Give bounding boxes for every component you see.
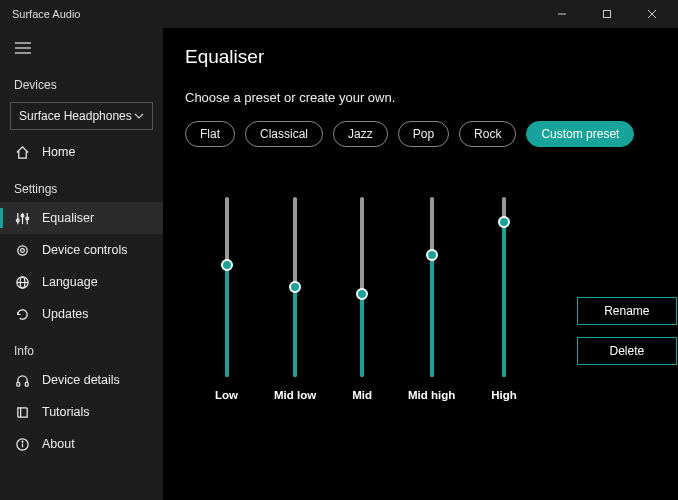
equaliser-sliders: Low Mid low Mid (185, 197, 517, 401)
sidebar-item-device-details[interactable]: Device details (0, 364, 163, 396)
refresh-icon (14, 306, 30, 322)
main-panel: Equaliser Choose a preset or create your… (163, 28, 678, 500)
minimize-icon (557, 9, 567, 19)
svg-rect-18 (16, 382, 19, 386)
preset-rock[interactable]: Rock (459, 121, 516, 147)
device-select-value: Surface Headphones (19, 109, 132, 123)
gear-icon (14, 242, 30, 258)
sidebar-item-device-controls[interactable]: Device controls (0, 234, 163, 266)
titlebar: Surface Audio (0, 0, 678, 28)
sidebar-item-label: Device details (42, 373, 120, 387)
rename-button[interactable]: Rename (577, 297, 677, 325)
sidebar-item-equaliser[interactable]: Equaliser (0, 202, 163, 234)
svg-rect-1 (603, 11, 610, 18)
slider-midlow[interactable] (293, 197, 297, 377)
slider-label: Mid low (274, 389, 316, 401)
hamburger-icon (15, 42, 31, 54)
preset-classical[interactable]: Classical (245, 121, 323, 147)
slider-fill (360, 294, 364, 377)
slider-high[interactable] (502, 197, 506, 377)
chevron-down-icon (134, 113, 144, 119)
book-icon (14, 404, 30, 420)
delete-button[interactable]: Delete (577, 337, 677, 365)
slider-thumb[interactable] (289, 281, 301, 293)
preset-jazz[interactable]: Jazz (333, 121, 388, 147)
sidebar-item-label: Equaliser (42, 211, 94, 225)
sidebar-item-language[interactable]: Language (0, 266, 163, 298)
preset-pop[interactable]: Pop (398, 121, 449, 147)
sidebar-item-label: Home (42, 145, 75, 159)
slider-midhigh[interactable] (430, 197, 434, 377)
eq-band-mid: Mid (352, 197, 372, 401)
headphones-icon (14, 372, 30, 388)
preset-row: Flat Classical Jazz Pop Rock Custom pres… (185, 121, 656, 147)
sidebar-item-label: Tutorials (42, 405, 89, 419)
home-icon (14, 144, 30, 160)
svg-point-23 (22, 441, 23, 442)
slider-fill (502, 222, 506, 377)
eq-band-low: Low (215, 197, 238, 401)
sidebar-item-label: Updates (42, 307, 89, 321)
sidebar-item-updates[interactable]: Updates (0, 298, 163, 330)
equaliser-icon (14, 210, 30, 226)
app-body: Devices Surface Headphones Home Settings… (0, 28, 678, 500)
info-section-label: Info (0, 330, 163, 364)
slider-thumb[interactable] (356, 288, 368, 300)
sidebar-item-home[interactable]: Home (0, 136, 163, 168)
slider-label: Mid high (408, 389, 455, 401)
device-select[interactable]: Surface Headphones (10, 102, 153, 130)
devices-section-label: Devices (0, 64, 163, 98)
eq-band-high: High (491, 197, 517, 401)
maximize-icon (602, 9, 612, 19)
settings-section-label: Settings (0, 168, 163, 202)
slider-fill (225, 265, 229, 377)
hamburger-button[interactable] (0, 32, 163, 64)
slider-label: Mid (352, 389, 372, 401)
minimize-button[interactable] (539, 2, 584, 26)
slider-mid[interactable] (360, 197, 364, 377)
preset-actions: Rename Delete (577, 297, 677, 365)
slider-thumb[interactable] (426, 249, 438, 261)
sidebar: Devices Surface Headphones Home Settings… (0, 28, 163, 500)
sidebar-item-label: Device controls (42, 243, 127, 257)
app-window: Surface Audio Devices Surface Headphones (0, 0, 678, 500)
preset-custom[interactable]: Custom preset (526, 121, 634, 147)
slider-fill (430, 255, 434, 377)
eq-band-midhigh: Mid high (408, 197, 455, 401)
sidebar-item-label: Language (42, 275, 98, 289)
eq-band-midlow: Mid low (274, 197, 316, 401)
slider-label: Low (215, 389, 238, 401)
slider-thumb[interactable] (221, 259, 233, 271)
info-icon (14, 436, 30, 452)
svg-point-14 (20, 248, 24, 252)
app-title: Surface Audio (12, 8, 81, 20)
window-controls (539, 2, 674, 26)
slider-thumb[interactable] (498, 216, 510, 228)
close-button[interactable] (629, 2, 674, 26)
slider-low[interactable] (225, 197, 229, 377)
svg-point-13 (17, 245, 26, 254)
slider-label: High (491, 389, 517, 401)
slider-fill (293, 287, 297, 377)
equaliser-area: Low Mid low Mid (185, 197, 656, 401)
sidebar-item-tutorials[interactable]: Tutorials (0, 396, 163, 428)
close-icon (647, 9, 657, 19)
page-subtitle: Choose a preset or create your own. (185, 90, 656, 105)
sidebar-item-about[interactable]: About (0, 428, 163, 460)
maximize-button[interactable] (584, 2, 629, 26)
globe-icon (14, 274, 30, 290)
page-title: Equaliser (185, 46, 656, 68)
sidebar-item-label: About (42, 437, 75, 451)
svg-rect-19 (25, 382, 28, 386)
preset-flat[interactable]: Flat (185, 121, 235, 147)
